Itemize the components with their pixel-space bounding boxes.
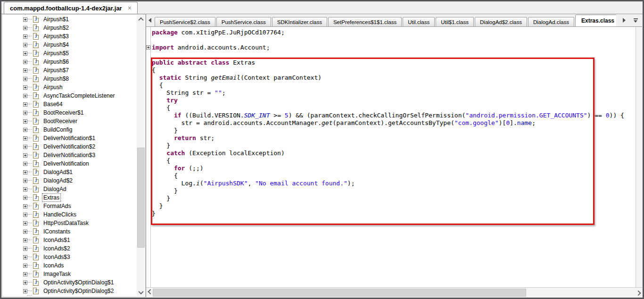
editor-tab[interactable]: Util.class <box>403 17 435 26</box>
tree-item[interactable]: +JIconAds <box>3 261 137 270</box>
hscrollbar-thumb[interactable] <box>153 289 526 297</box>
expand-plus-icon[interactable]: + <box>23 111 27 115</box>
tree-item[interactable]: +JOptinActivity$OptinDialog$2 <box>3 287 137 295</box>
expand-plus-icon[interactable]: + <box>23 187 27 191</box>
expand-plus-icon[interactable]: + <box>23 119 27 124</box>
tree-item[interactable]: +JAirpush$3 <box>3 32 137 41</box>
tree-item[interactable]: +JAirpush$5 <box>3 49 137 58</box>
expand-plus-icon[interactable]: + <box>23 162 27 166</box>
tree-item[interactable]: +JDeliverNotification <box>3 159 137 168</box>
expand-plus-icon[interactable]: + <box>23 128 27 132</box>
expand-plus-icon[interactable]: + <box>23 213 27 217</box>
tree-item[interactable]: +JAirpush$8 <box>3 75 137 83</box>
expand-plus-icon[interactable]: + <box>23 145 27 149</box>
tree-item[interactable]: +JOptinActivity <box>3 295 137 296</box>
expand-plus-icon[interactable]: + <box>23 281 27 285</box>
expand-plus-icon[interactable]: + <box>23 255 27 259</box>
expand-plus-icon[interactable]: + <box>23 136 27 141</box>
expand-plus-icon[interactable]: + <box>23 221 27 225</box>
scroll-down-icon[interactable] <box>137 288 145 296</box>
tree-item[interactable]: +JOptinActivity$OptinDialog$1 <box>3 278 137 287</box>
expand-plus-icon[interactable]: + <box>23 289 27 293</box>
editor-tab[interactable]: SetPreferences$1$1.class <box>328 17 402 26</box>
expand-plus-icon[interactable]: + <box>23 85 27 90</box>
scroll-tabs-right-icon[interactable] <box>620 17 628 24</box>
tree-item[interactable]: +JBuildConfig <box>3 125 137 134</box>
expand-plus-icon[interactable]: + <box>23 51 27 56</box>
expand-plus-icon[interactable]: + <box>23 153 27 158</box>
scroll-right-icon[interactable] <box>634 288 642 297</box>
left-triangle-icon <box>149 18 151 23</box>
jar-tabbar: com.mappd.footballcup-1.4-dex2jar.jar × <box>1 1 643 14</box>
tree-item[interactable]: +JDeliverNotification$2 <box>3 142 137 151</box>
expand-plus-icon[interactable]: + <box>23 179 27 183</box>
editor-tab[interactable]: SDKIntializer.class <box>272 17 327 26</box>
tree-item[interactable]: +JFormatAds <box>3 202 137 210</box>
expand-plus-icon[interactable]: + <box>23 77 27 81</box>
scroll-up-icon[interactable] <box>137 15 145 23</box>
tree-item[interactable]: +JHandleClicks <box>3 210 137 219</box>
tree-scrollbar-thumb[interactable] <box>137 148 145 248</box>
java-class-icon: J <box>33 194 39 201</box>
tab-list-icon[interactable] <box>634 18 638 23</box>
tree-item[interactable]: +JIconAds$3 <box>3 253 137 261</box>
tree-item[interactable]: +JDeliverNotification$3 <box>3 151 137 159</box>
package-tree[interactable]: +JAirpush$1+JAirpush$2+JAirpush$3+JAirpu… <box>3 15 137 296</box>
tree-vertical-scrollbar[interactable] <box>137 15 145 296</box>
expand-plus-icon[interactable]: + <box>23 94 27 98</box>
editor-tab[interactable]: PushService.class <box>216 17 271 26</box>
tree-item[interactable]: +JBootReceiver$1 <box>3 108 137 117</box>
jar-tab[interactable]: com.mappd.footballcup-1.4-dex2jar.jar × <box>4 2 138 14</box>
expand-plus-icon[interactable]: + <box>23 43 27 47</box>
tree-item[interactable]: +JAirpush$1 <box>3 15 137 24</box>
tree-item[interactable]: +JAirpush$2 <box>3 24 137 32</box>
tree-item[interactable]: +JAsyncTaskCompleteListener <box>3 91 137 100</box>
editor-tab[interactable]: DialogAd$2.class <box>475 17 527 26</box>
expand-plus-icon[interactable]: + <box>23 102 27 107</box>
tree-item[interactable]: +JIconAds$1 <box>3 236 137 244</box>
editor-tab[interactable]: Util$1.class <box>436 17 474 26</box>
tree-item[interactable]: +JDialogAd <box>3 185 137 193</box>
expand-plus-icon[interactable]: + <box>23 34 27 39</box>
expand-plus-icon[interactable]: + <box>23 264 27 268</box>
editor-horizontal-scrollbar[interactable] <box>146 287 642 297</box>
tree-item[interactable]: +JBootReceiver <box>3 117 137 125</box>
expand-plus-icon[interactable]: + <box>23 196 27 200</box>
tree-item-label: IconAds <box>42 262 65 269</box>
expand-plus-icon[interactable]: + <box>23 17 27 22</box>
close-icon[interactable]: × <box>128 5 132 11</box>
tree-item[interactable]: +JIConstants <box>3 227 137 236</box>
expand-plus-icon[interactable]: + <box>23 272 27 276</box>
editor-vertical-scrollbar[interactable] <box>636 27 642 287</box>
tree-item[interactable]: +JBase64 <box>3 100 137 108</box>
tree-connector <box>27 265 32 266</box>
jd-gui-window: com.mappd.footballcup-1.4-dex2jar.jar × … <box>0 0 644 299</box>
tree-item[interactable]: +JDialogAd$2 <box>3 176 137 185</box>
expand-plus-icon[interactable]: + <box>23 60 27 64</box>
tree-item[interactable]: +JHttpPostDataTask <box>3 219 137 227</box>
tree-item[interactable]: +JDialogAd$1 <box>3 168 137 176</box>
editor-tab-label: PushService$2.class <box>160 19 210 25</box>
fold-expand-icon[interactable]: + <box>146 45 150 50</box>
editor-tab[interactable]: PushService$2.class <box>155 17 215 26</box>
editor-tab[interactable]: Extras.class× <box>575 15 616 26</box>
expand-plus-icon[interactable]: + <box>23 247 27 251</box>
expand-plus-icon[interactable]: + <box>23 170 27 174</box>
tree-item[interactable]: +JExtras <box>3 193 137 202</box>
tree-item[interactable]: +JIconAds$2 <box>3 244 137 253</box>
code-editor[interactable]: + package com.xItigPpE.JuRjpOCd107764;im… <box>146 27 636 287</box>
editor-tab-label: Util.class <box>408 19 429 25</box>
expand-plus-icon[interactable]: + <box>23 26 27 30</box>
expand-plus-icon[interactable]: + <box>23 204 27 208</box>
expand-plus-icon[interactable]: + <box>23 68 27 73</box>
tree-item[interactable]: +JAirpush$6 <box>3 58 137 66</box>
tree-item[interactable]: +JDeliverNotification$1 <box>3 134 137 142</box>
tree-item[interactable]: +JAirpush$7 <box>3 66 137 75</box>
tree-item[interactable]: +JAirpush$4 <box>3 41 137 49</box>
expand-plus-icon[interactable]: + <box>23 230 27 234</box>
tree-item[interactable]: +JImageTask <box>3 270 137 278</box>
scroll-tabs-left-icon[interactable] <box>146 17 154 24</box>
expand-plus-icon[interactable]: + <box>23 238 27 242</box>
editor-tab[interactable]: DialogAd.class <box>528 17 574 26</box>
tree-item[interactable]: +JAirpush <box>3 83 137 91</box>
